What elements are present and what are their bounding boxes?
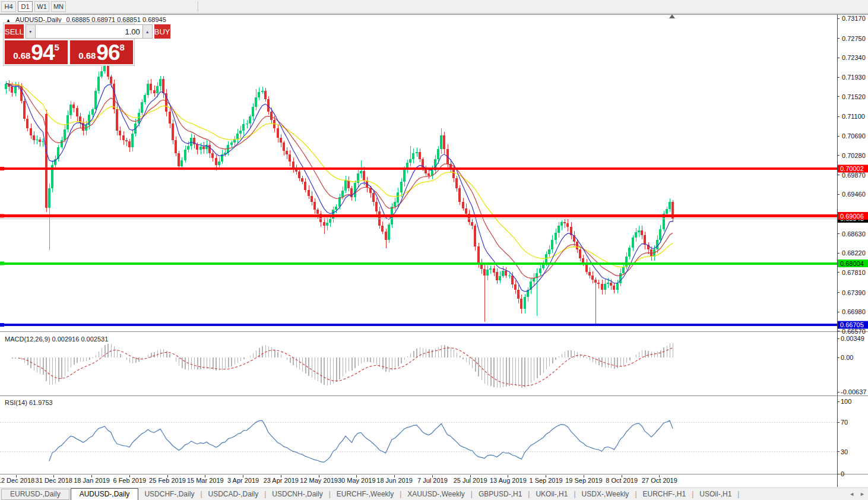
svg-text:18 Jan 2019: 18 Jan 2019 [74, 477, 110, 484]
chart-tab-eurchf-h1[interactable]: EURCHF-,H1 [637, 490, 692, 498]
svg-text:0.66570: 0.66570 [842, 328, 866, 335]
svg-text:6 Feb 2019: 6 Feb 2019 [113, 477, 146, 484]
chart-tab-gbpusd-h1[interactable]: GBPUSD-,H1 [473, 490, 528, 498]
chart-tab-ukoil-h1[interactable]: UKOil-,H1 [530, 490, 574, 498]
chart-tab-usdcnh-daily[interactable]: USDCNH-,Daily [266, 490, 328, 498]
svg-text:70: 70 [841, 419, 848, 426]
svg-text:0.68630: 0.68630 [842, 230, 866, 238]
sell-price-prefix: 0.68 [13, 50, 30, 61]
svg-text:0.70690: 0.70690 [842, 132, 866, 140]
volume-input[interactable] [36, 24, 142, 39]
svg-text:0.68220: 0.68220 [842, 249, 866, 257]
time-axis[interactable]: 12 Dec 201831 Dec 201818 Jan 20196 Feb 2… [0, 475, 677, 484]
svg-text:18 Jun 2019: 18 Jun 2019 [376, 477, 413, 484]
svg-text:30: 30 [841, 448, 848, 455]
svg-text:25 Jul 2019: 25 Jul 2019 [454, 477, 487, 484]
rsi-indicator-label: RSI(14) 61.9753 [5, 399, 53, 406]
svg-text:0.66980: 0.66980 [842, 308, 866, 315]
volume-increase-arrow-icon[interactable]: ▲ [142, 24, 153, 39]
chart-canvas[interactable]: 0.689450.700020.690060.680040.667050.731… [0, 0, 868, 487]
svg-text:0.00349: 0.00349 [841, 335, 864, 342]
chart-tab-usoil-h1[interactable]: USOil-,H1 [693, 490, 737, 498]
svg-text:13 Aug 2019: 13 Aug 2019 [490, 477, 527, 484]
chart-tab-bar: EURUSD-,DailyAUDUSD-,DailyUSDCHF-,Daily|… [0, 488, 868, 500]
chart-tab-usdcad-daily[interactable]: USDCAD-,Daily [202, 490, 265, 498]
svg-text:19 Sep 2019: 19 Sep 2019 [565, 477, 602, 484]
svg-text:15 Mar 2019: 15 Mar 2019 [187, 477, 224, 484]
tab-scroll-nav: ◄ ► [849, 491, 865, 497]
chart-tab-usdx-weekly[interactable]: USDX-,Weekly [576, 490, 635, 498]
svg-text:0.00: 0.00 [841, 354, 853, 361]
svg-text:0.69460: 0.69460 [842, 191, 866, 198]
svg-text:27 Oct 2019: 27 Oct 2019 [642, 477, 677, 484]
svg-text:7 Jul 2019: 7 Jul 2019 [417, 477, 448, 484]
macd-indicator-label: MACD(12,26,9) 0.002916 0.002531 [5, 336, 108, 343]
svg-text:0.68004: 0.68004 [840, 260, 864, 267]
tab-scroll-left-icon[interactable]: ◄ [849, 491, 854, 497]
level-handle-icon[interactable] [0, 167, 4, 170]
sell-price-pip: 5 [55, 42, 59, 52]
svg-text:8 Oct 2019: 8 Oct 2019 [606, 477, 638, 484]
buy-price-box[interactable]: 0.68 96 8 [70, 40, 133, 64]
buy-price-prefix: 0.68 [78, 50, 96, 61]
buy-price-pip: 8 [120, 42, 125, 52]
chart-tab-eurchf-weekly[interactable]: EURCHF-,Weekly [331, 490, 400, 498]
svg-text:0.71100: 0.71100 [842, 113, 865, 120]
tab-scroll-right-icon[interactable]: ► [860, 491, 865, 497]
buy-button[interactable]: BUY [154, 24, 170, 39]
sell-price-box[interactable]: 0.68 94 5 [5, 40, 68, 64]
level-handle-icon[interactable] [0, 214, 4, 218]
sell-price-big: 94 [31, 42, 54, 64]
svg-text:0.73170: 0.73170 [842, 15, 866, 22]
chart-tab-audusd-daily[interactable]: AUDUSD-,Daily [71, 488, 139, 500]
svg-text:0: 0 [841, 470, 844, 477]
tab-separator: | [737, 490, 739, 498]
chart-tab-usdchf-daily[interactable]: USDCHF-,Daily [138, 490, 200, 498]
svg-text:30 May 2019: 30 May 2019 [338, 477, 376, 484]
sell-button[interactable]: SELL [5, 24, 24, 39]
svg-text:0.71930: 0.71930 [842, 74, 866, 81]
svg-text:12 Dec 2018: 12 Dec 2018 [0, 477, 34, 484]
svg-text:25 Feb 2019: 25 Feb 2019 [149, 477, 186, 484]
svg-text:0.69870: 0.69870 [842, 172, 866, 179]
svg-text:1 Sep 2019: 1 Sep 2019 [529, 477, 562, 484]
one-click-trading-panel: SELL ▼ ▲ BUY 0.68 94 5 0.68 96 8 [3, 23, 135, 66]
level-handle-icon[interactable] [0, 262, 4, 265]
svg-text:100: 100 [841, 398, 851, 405]
chart-tab-eurusd-daily[interactable]: EURUSD-,Daily [1, 489, 69, 500]
svg-text:0.70280: 0.70280 [842, 152, 866, 159]
svg-text:0.71520: 0.71520 [842, 93, 866, 100]
buy-price-big: 96 [96, 42, 119, 64]
svg-text:12 May 2019: 12 May 2019 [300, 477, 338, 484]
svg-text:0.69006: 0.69006 [840, 213, 864, 220]
svg-text:3 Apr 2019: 3 Apr 2019 [227, 477, 259, 484]
volume-decrease-arrow-icon[interactable]: ▼ [26, 24, 36, 39]
svg-text:-0.00637: -0.00637 [841, 388, 866, 395]
svg-text:0.67390: 0.67390 [842, 289, 866, 296]
svg-text:0.72750: 0.72750 [842, 35, 866, 42]
svg-text:31 Dec 2018: 31 Dec 2018 [36, 477, 72, 484]
svg-text:23 Apr 2019: 23 Apr 2019 [264, 477, 299, 484]
chart-tab-xauusd-weekly[interactable]: XAUUSD-,Weekly [401, 490, 470, 498]
level-handle-icon[interactable] [0, 323, 4, 327]
volume-spinner: ▼ ▲ [26, 24, 153, 39]
svg-text:0.67810: 0.67810 [842, 269, 866, 276]
svg-text:0.72340: 0.72340 [842, 54, 866, 61]
